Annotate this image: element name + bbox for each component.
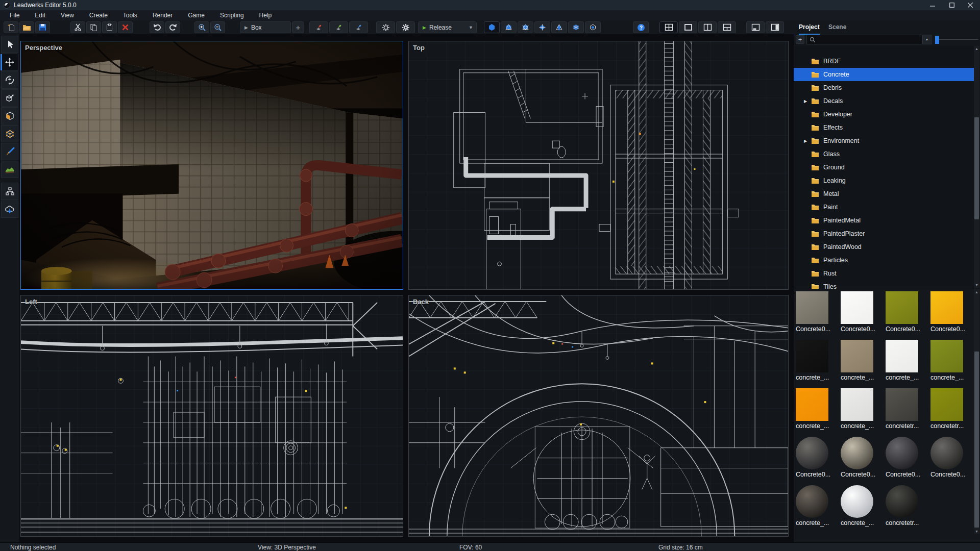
slider-thumb[interactable] [935, 36, 939, 44]
texture-item[interactable]: Concrete0... [795, 437, 840, 485]
tree-item-debris[interactable]: Debris [794, 81, 974, 94]
scene-graph-tool[interactable] [1, 183, 18, 200]
paste-button[interactable] [102, 21, 117, 33]
scroll-up-icon[interactable]: ▲ [974, 289, 979, 295]
grid-settings-button[interactable] [396, 21, 415, 33]
texture-thumbnail[interactable] [841, 291, 873, 324]
texture-thumbnail[interactable] [886, 291, 918, 324]
build-dropdown[interactable]: ▶Release▼ [418, 21, 477, 33]
view-shaded-button[interactable] [484, 21, 500, 33]
layout-bottom-split-button[interactable] [718, 21, 736, 33]
translate-red-button[interactable] [309, 21, 328, 33]
thumbnail-size-slider[interactable] [935, 35, 978, 44]
rotate-tool[interactable] [1, 71, 18, 89]
view-wireframe-button[interactable] [518, 21, 533, 33]
panel-splitter[interactable] [789, 20, 794, 551]
texture-item[interactable]: Concrete0... [795, 291, 840, 340]
texture-thumbnail[interactable] [886, 388, 918, 421]
face-select-tool[interactable] [1, 107, 18, 124]
view-normals-button[interactable] [551, 21, 567, 33]
material-sphere-thumbnail[interactable] [796, 437, 828, 469]
cloud-download-tool[interactable] [1, 201, 18, 218]
expand-arrow-icon[interactable]: ▶ [794, 99, 811, 104]
texture-item[interactable]: Concrete0... [840, 437, 885, 485]
texture-item[interactable]: concrete_... [840, 388, 885, 437]
add-asset-button[interactable]: + [796, 35, 804, 44]
open-button[interactable] [19, 21, 34, 33]
menu-create[interactable]: Create [82, 10, 115, 20]
texture-item[interactable]: Concrete0... [885, 437, 929, 485]
perspective-canvas[interactable] [21, 41, 403, 289]
texture-item[interactable]: concretetr... [885, 388, 929, 437]
tree-scrollbar-thumb[interactable] [974, 117, 979, 219]
maximize-button[interactable] [942, 0, 962, 10]
material-sphere-thumbnail[interactable] [841, 485, 873, 518]
layout-quad-button[interactable] [659, 21, 678, 33]
menu-help[interactable]: Help [252, 10, 280, 20]
tree-item-brdf[interactable]: BRDF [794, 55, 974, 68]
paint-tool[interactable] [1, 143, 18, 160]
menu-edit[interactable]: Edit [27, 10, 53, 20]
terrain-tool[interactable] [1, 161, 18, 178]
tree-item-developer[interactable]: Developer [794, 108, 974, 121]
texture-thumbnail[interactable] [930, 340, 963, 372]
tree-scrollbar[interactable]: ▲ ▼ [974, 46, 979, 288]
texture-thumbnail[interactable] [796, 340, 828, 372]
texture-scrollbar[interactable]: ▲ ▼ [974, 289, 979, 534]
edit-shape-tool[interactable] [1, 89, 18, 107]
texture-item[interactable]: concrete_... [885, 340, 929, 388]
menu-scripting[interactable]: Scripting [212, 10, 252, 20]
texture-item[interactable]: concrete_... [795, 485, 840, 534]
tree-item-paintedmetal[interactable]: PaintedMetal [794, 214, 974, 227]
search-input[interactable] [816, 36, 922, 43]
translate-blue-button[interactable] [349, 21, 368, 33]
tree-item-paintedwood[interactable]: PaintedWood [794, 240, 974, 254]
tree-item-rust[interactable]: Rust [794, 267, 974, 280]
viewport-left[interactable]: Left [20, 295, 403, 537]
translate-green-button[interactable] [329, 21, 348, 33]
tree-item-glass[interactable]: Glass [794, 147, 974, 161]
delete-button[interactable] [118, 21, 133, 33]
texture-scrollbar-thumb[interactable] [974, 352, 979, 528]
tree-item-paintedplaster[interactable]: PaintedPlaster [794, 227, 974, 240]
tree-item-metal[interactable]: Metal [794, 187, 974, 201]
copy-button[interactable] [86, 21, 101, 33]
view-unlit-button[interactable] [534, 21, 550, 33]
save-button[interactable] [35, 21, 50, 33]
zoom-out-button[interactable] [210, 21, 225, 33]
viewport-back[interactable]: Back [408, 295, 789, 537]
tree-item-effects[interactable]: Effects [794, 121, 974, 134]
toggle-right-panel-button[interactable] [766, 21, 784, 33]
menu-tools[interactable]: Tools [115, 10, 145, 20]
cut-button[interactable] [70, 21, 85, 33]
menu-file[interactable]: File [2, 10, 27, 20]
top-canvas[interactable] [409, 41, 788, 289]
select-tool[interactable] [1, 36, 18, 53]
viewport-top[interactable]: Top [408, 41, 789, 290]
tree-item-environment[interactable]: ▶Environment [794, 134, 974, 147]
viewport-splitter-horizontal[interactable] [20, 290, 789, 295]
menu-game[interactable]: Game [180, 10, 212, 20]
tree-item-ground[interactable]: Ground [794, 161, 974, 174]
texture-item[interactable]: Concrete0... [840, 291, 885, 340]
tree-item-leaking[interactable]: Leaking [794, 174, 974, 187]
view-collision-button[interactable] [568, 21, 584, 33]
texture-thumbnail[interactable] [886, 340, 918, 372]
layout-two-columns-button[interactable] [698, 21, 717, 33]
tree-item-decals[interactable]: ▶Decals [794, 94, 974, 108]
scroll-up-icon[interactable]: ▲ [974, 46, 979, 52]
texture-thumbnail[interactable] [796, 291, 828, 324]
texture-thumbnail[interactable] [841, 388, 873, 421]
tree-item-concrete[interactable]: Concrete [794, 68, 974, 81]
primitive-dropdown[interactable]: ▶Box [240, 21, 291, 33]
tab-scene[interactable]: Scene [828, 20, 846, 34]
material-sphere-thumbnail[interactable] [930, 437, 963, 469]
texture-item[interactable]: concrete_... [840, 340, 885, 388]
viewport-splitter-vertical[interactable] [403, 41, 408, 537]
tree-item-paint[interactable]: Paint [794, 201, 974, 214]
texture-item[interactable]: Concrete0... [929, 437, 974, 485]
scroll-down-icon[interactable]: ▼ [974, 529, 979, 534]
texture-item[interactable]: concretetr... [885, 485, 929, 534]
vertex-select-tool[interactable] [1, 125, 18, 142]
search-filter-dropdown[interactable]: ▾ [922, 35, 932, 44]
